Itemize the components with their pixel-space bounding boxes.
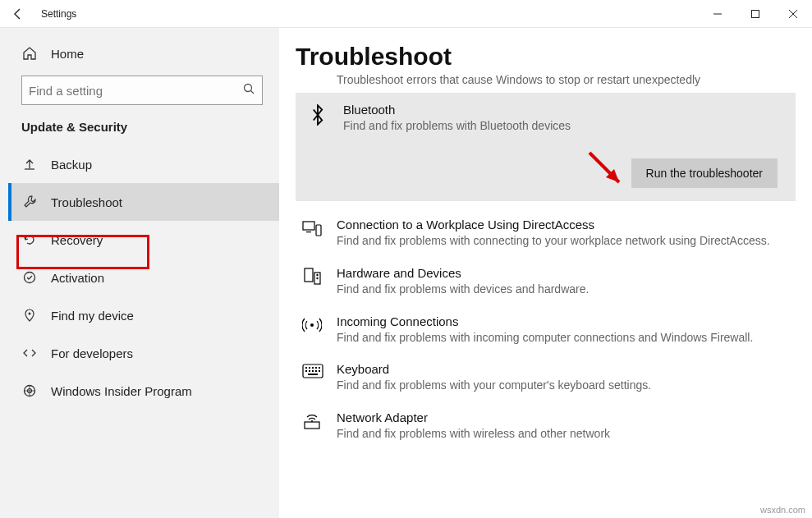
svg-rect-25 xyxy=(315,367,317,369)
svg-point-18 xyxy=(316,274,318,276)
svg-rect-22 xyxy=(305,367,307,369)
svg-point-8 xyxy=(29,313,31,315)
search-input[interactable] xyxy=(29,84,243,98)
sidebar-item-for-developers[interactable]: For developers xyxy=(8,334,279,372)
svg-point-20 xyxy=(310,323,314,327)
bluetooth-icon xyxy=(309,103,343,135)
backup-icon xyxy=(21,157,38,172)
run-troubleshooter-button[interactable]: Run the troubleshooter xyxy=(631,158,778,188)
sidebar-item-find-my-device[interactable]: Find my device xyxy=(8,296,279,334)
sidebar-home-label: Home xyxy=(51,47,84,61)
search-box[interactable] xyxy=(21,76,263,105)
ts-item-directaccess[interactable]: Connection to a Workplace Using DirectAc… xyxy=(296,209,796,258)
find-device-icon xyxy=(21,308,38,323)
watermark: wsxdn.com xyxy=(760,505,805,515)
svg-rect-30 xyxy=(315,370,317,372)
directaccess-icon xyxy=(302,218,337,250)
sidebar-item-label: Activation xyxy=(51,271,104,285)
close-button[interactable] xyxy=(774,0,812,28)
sidebar-item-troubleshoot[interactable]: Troubleshoot xyxy=(8,183,279,221)
main-content: Troubleshoot Troubleshoot errors that ca… xyxy=(279,28,812,518)
ts-desc: Troubleshoot errors that cause Windows t… xyxy=(337,72,789,88)
hardware-icon xyxy=(302,266,337,298)
ts-desc: Find and fix problems with your computer… xyxy=(337,378,789,394)
network-adapter-icon xyxy=(302,410,337,442)
ts-title: Connection to a Workplace Using DirectAc… xyxy=(337,218,789,231)
ts-item-network-adapter[interactable]: Network Adapter Find and fix problems wi… xyxy=(296,402,796,451)
svg-rect-33 xyxy=(305,422,319,429)
sidebar-item-label: Recovery xyxy=(51,233,103,247)
sidebar-item-label: For developers xyxy=(51,346,133,360)
ts-title: Incoming Connections xyxy=(337,314,789,328)
sidebar-section-header: Update & Security xyxy=(8,120,279,145)
svg-rect-1 xyxy=(752,10,759,17)
svg-rect-29 xyxy=(312,370,314,372)
svg-rect-27 xyxy=(305,370,307,372)
svg-rect-16 xyxy=(305,268,313,282)
svg-rect-13 xyxy=(303,222,314,230)
svg-rect-28 xyxy=(309,370,310,372)
ts-item-incoming-connections[interactable]: Incoming Connections Find and fix proble… xyxy=(296,306,796,355)
svg-line-5 xyxy=(251,91,255,94)
minimize-button[interactable] xyxy=(699,0,736,28)
svg-rect-31 xyxy=(319,370,320,372)
incoming-icon xyxy=(302,314,337,346)
ts-title: Bluetooth xyxy=(343,103,782,117)
ts-desc: Find and fix problems with incoming comp… xyxy=(337,330,789,346)
svg-point-19 xyxy=(316,277,318,279)
sidebar-item-backup[interactable]: Backup xyxy=(8,145,279,183)
search-icon xyxy=(243,83,255,98)
titlebar: Settings xyxy=(0,0,812,28)
svg-rect-32 xyxy=(308,374,318,375)
keyboard-icon xyxy=(302,362,337,394)
svg-point-4 xyxy=(245,85,252,92)
svg-rect-24 xyxy=(312,367,314,369)
ts-title: Keyboard xyxy=(337,362,789,376)
sidebar-item-label: Find my device xyxy=(51,309,134,323)
insider-icon xyxy=(21,383,38,398)
sidebar-item-recovery[interactable]: Recovery xyxy=(8,221,279,259)
window-title: Settings xyxy=(36,8,76,20)
ts-desc: Find and fix problems with connecting to… xyxy=(337,233,789,250)
activation-icon xyxy=(21,270,38,285)
ts-item-bluetooth-expanded[interactable]: Bluetooth Find and fix problems with Blu… xyxy=(296,93,796,202)
ts-item-truncated[interactable]: Troubleshoot errors that cause Windows t… xyxy=(296,72,796,93)
ts-title: Network Adapter xyxy=(337,410,789,424)
sidebar-item-insider-program[interactable]: Windows Insider Program xyxy=(8,372,279,410)
back-button[interactable] xyxy=(0,7,36,21)
ts-title: Hardware and Devices xyxy=(337,266,789,280)
ts-desc: Find and fix problems with devices and h… xyxy=(337,282,789,298)
maximize-button[interactable] xyxy=(736,0,774,28)
svg-rect-15 xyxy=(316,225,321,236)
sidebar-item-label: Windows Insider Program xyxy=(51,384,192,398)
svg-point-7 xyxy=(25,273,35,283)
sidebar-home[interactable]: Home xyxy=(8,39,279,67)
ts-item-keyboard[interactable]: Keyboard Find and fix problems with your… xyxy=(296,354,796,402)
troubleshoot-icon xyxy=(21,195,38,209)
page-title: Troubleshoot xyxy=(296,43,796,71)
ts-desc: Find and fix problems with wireless and … xyxy=(337,426,789,442)
sidebar: Home Update & Security Backup Troublesho… xyxy=(0,28,279,518)
sidebar-item-activation[interactable]: Activation xyxy=(8,259,279,296)
svg-rect-14 xyxy=(306,231,311,232)
svg-rect-26 xyxy=(319,367,320,369)
sidebar-item-label: Backup xyxy=(51,158,92,172)
home-icon xyxy=(21,46,38,61)
ts-item-hardware[interactable]: Hardware and Devices Find and fix proble… xyxy=(296,258,796,306)
svg-point-34 xyxy=(311,420,313,422)
recovery-icon xyxy=(21,232,38,247)
sidebar-item-label: Troubleshoot xyxy=(51,195,122,209)
developers-icon xyxy=(21,346,38,360)
svg-rect-23 xyxy=(309,367,310,369)
ts-desc: Find and fix problems with Bluetooth dev… xyxy=(343,118,782,135)
